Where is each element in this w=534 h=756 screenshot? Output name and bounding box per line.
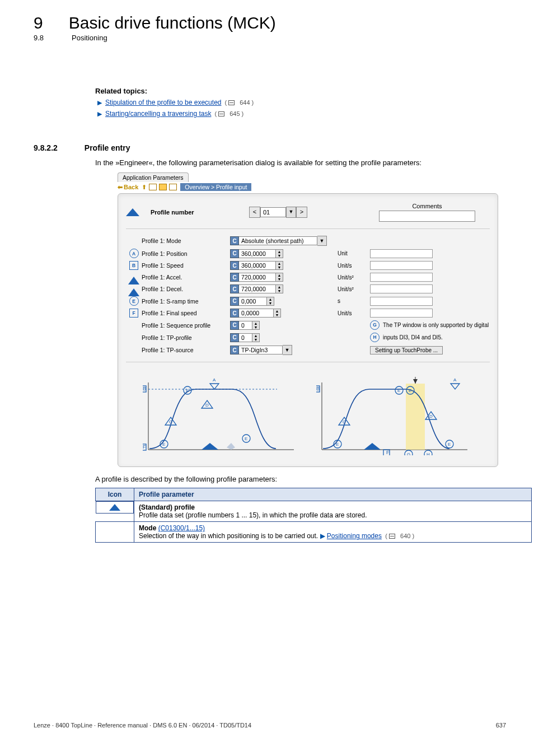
profile-graph-2: B E E E E xyxy=(316,377,473,455)
row-comment-field[interactable] xyxy=(370,261,433,270)
chapter-title: Basic drive functions (MCK) xyxy=(69,13,276,32)
svg-text:E: E xyxy=(336,442,339,447)
spinner[interactable]: ▲▼ xyxy=(267,297,274,306)
code-chip-icon[interactable]: C xyxy=(230,297,239,306)
param-label: Profile 1: TP-source xyxy=(142,347,230,353)
code-chip-icon[interactable]: C xyxy=(230,236,239,245)
dropdown-icon[interactable]: ▼ xyxy=(283,345,292,355)
related-topics-heading: Related topics: xyxy=(95,87,506,95)
svg-text:E: E xyxy=(162,442,165,447)
profile-triangle-icon xyxy=(126,208,139,216)
unit-label: Unit/s² xyxy=(338,286,370,292)
spinner[interactable]: ▲▼ xyxy=(276,261,283,270)
profile-parameter-table: Icon Profile parameter (Standard) profil… xyxy=(95,488,532,543)
param-value-field[interactable]: 0,000 xyxy=(239,297,267,306)
param-value-field[interactable]: Absolute (shortest path) xyxy=(239,236,317,245)
row-comment-field[interactable] xyxy=(370,297,433,306)
code-chip-icon[interactable]: C xyxy=(230,249,239,258)
code-chip-icon[interactable]: C xyxy=(230,273,239,282)
related-link-2[interactable]: Starting/cancelling a traversing task xyxy=(105,110,211,118)
page-ref-1: ( 644) xyxy=(224,99,254,106)
toolbar-icon-2[interactable] xyxy=(159,184,167,190)
comments-field[interactable] xyxy=(379,211,475,222)
spinner[interactable]: ▲▼ xyxy=(276,273,283,282)
spinner[interactable]: ▲▼ xyxy=(252,321,260,330)
arrow-icon: ▶ xyxy=(320,532,327,540)
svg-text:A: A xyxy=(453,377,457,382)
row-comment-field[interactable] xyxy=(370,284,433,293)
param-label: Profile 1: S-ramp time xyxy=(142,298,230,305)
svg-text:C: C xyxy=(343,419,346,424)
param-label: Profile 1: Position xyxy=(142,250,230,257)
param-label: Profile 1: Mode xyxy=(142,237,230,244)
svg-marker-27 xyxy=(413,379,418,384)
chapter-number: 9 xyxy=(34,13,43,32)
code-chip-icon[interactable]: C xyxy=(230,321,239,330)
toolbar-icon-1[interactable] xyxy=(149,184,157,190)
back-arrow-icon: ⬅ xyxy=(118,184,123,191)
row-comment-field[interactable] xyxy=(370,273,433,282)
page-icon xyxy=(389,534,395,539)
svg-marker-19 xyxy=(202,443,218,450)
svg-text:E: E xyxy=(245,436,247,441)
bullet-square-B: B xyxy=(129,261,138,270)
code-chip-icon[interactable]: C xyxy=(230,309,239,318)
tp-note-line1: The TP window is only supported by digit… xyxy=(383,321,489,329)
bullet-arrow-icon: ▶ xyxy=(97,99,102,106)
prev-profile-button[interactable]: < xyxy=(249,207,260,218)
row-comment-field[interactable] xyxy=(370,249,433,258)
setup-touchprobe-button[interactable]: Setting up TouchProbe ... xyxy=(370,346,443,354)
svg-marker-40 xyxy=(451,384,460,389)
param-label: Profile 1: Sequence profile xyxy=(142,322,230,329)
param-value-field[interactable]: 360,0000 xyxy=(239,249,276,258)
tp-note-line2: inputs DI3, DI4 and DI5. xyxy=(383,334,443,341)
param-value-field[interactable]: 720,0000 xyxy=(239,284,276,293)
param-value-field[interactable]: 0,0000 xyxy=(239,309,274,318)
next-profile-button[interactable]: > xyxy=(296,207,307,218)
param-value-field[interactable]: 0 xyxy=(239,333,252,342)
section-number: 9.8 xyxy=(34,34,44,42)
row1-desc: Profile data set (profile numbers 1 ... … xyxy=(139,511,367,519)
related-link-1[interactable]: Stipulation of the profile to be execute… xyxy=(105,99,221,106)
svg-text:E: E xyxy=(186,388,189,393)
profile-graph-1: B F E E E xyxy=(143,377,299,455)
back-button[interactable]: ⬅ Back xyxy=(118,184,138,191)
row2-page-ref: ( 640) xyxy=(383,533,414,539)
spinner[interactable]: ▲▼ xyxy=(276,284,283,293)
param-label: Profile 1: Final speed xyxy=(142,310,230,316)
footer-left: Lenze · 8400 TopLine · Reference manual … xyxy=(34,722,251,729)
svg-text:B: B xyxy=(316,386,320,391)
toolbar-icon-3[interactable] xyxy=(169,184,177,190)
profile-number-select[interactable]: 01 xyxy=(260,207,286,217)
row2-link[interactable]: Positioning modes xyxy=(327,532,382,540)
bullet-circle-H: H xyxy=(370,333,380,342)
svg-text:C: C xyxy=(169,419,172,424)
page-icon xyxy=(228,100,235,105)
svg-text:H: H xyxy=(427,452,430,455)
tab-application-parameters[interactable]: Application Parameters xyxy=(118,172,189,182)
code-chip-icon[interactable]: C xyxy=(230,284,239,293)
param-value-field[interactable]: 720,0000 xyxy=(239,273,276,282)
row1-title: (Standard) profile xyxy=(139,503,195,511)
row2-desc: Selection of the way in which positionin… xyxy=(139,532,320,540)
spinner[interactable]: ▲▼ xyxy=(274,309,281,318)
dropdown-icon[interactable]: ▼ xyxy=(286,207,296,218)
up-arrow-icon[interactable]: ⬆ xyxy=(142,184,147,191)
breadcrumb: Overview > Profile input xyxy=(180,183,251,191)
code-chip-icon[interactable]: C xyxy=(230,333,239,342)
code-chip-icon[interactable]: C xyxy=(230,346,239,354)
bullet-circle-G: G xyxy=(370,320,380,330)
param-value-field[interactable]: TP-DigIn3 xyxy=(239,346,283,354)
dropdown-icon[interactable]: ▼ xyxy=(317,236,327,246)
code-chip-icon[interactable]: C xyxy=(230,261,239,270)
th-icon: Icon xyxy=(96,488,134,501)
param-value-field[interactable]: 360,0000 xyxy=(239,261,276,270)
row2-code-link[interactable]: (C01300/1...15) xyxy=(158,524,205,532)
subsection-number: 9.8.2.2 xyxy=(34,143,58,152)
param-value-field[interactable]: 0 xyxy=(239,321,252,330)
spinner[interactable]: ▲▼ xyxy=(276,249,283,258)
footer-page-number: 637 xyxy=(496,722,506,729)
row-comment-field[interactable] xyxy=(370,309,433,318)
svg-marker-13 xyxy=(210,384,219,389)
spinner[interactable]: ▲▼ xyxy=(252,333,260,342)
